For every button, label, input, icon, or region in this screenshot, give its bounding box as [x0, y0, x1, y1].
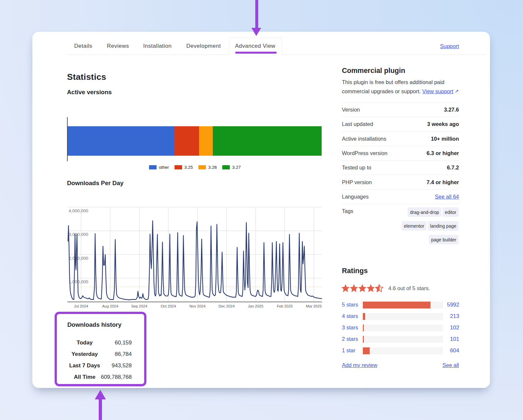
- svg-text:Feb 2025: Feb 2025: [277, 304, 293, 308]
- svg-text:Jul 2024: Jul 2024: [74, 304, 88, 308]
- svg-text:Aug 2024: Aug 2024: [102, 304, 118, 308]
- svg-text:Nov 2024: Nov 2024: [189, 304, 206, 308]
- svg-text:3,000,000: 3,000,000: [69, 232, 88, 237]
- svg-text:Sep 2024: Sep 2024: [131, 304, 147, 308]
- svg-text:2,000,000: 2,000,000: [69, 256, 88, 261]
- svg-text:Dec 2024: Dec 2024: [218, 304, 235, 308]
- svg-text:Jan 2025: Jan 2025: [248, 304, 263, 308]
- svg-text:1,000,000: 1,000,000: [69, 279, 88, 284]
- svg-text:4,000,000: 4,000,000: [69, 208, 88, 213]
- svg-text:Mar 2025: Mar 2025: [306, 304, 322, 308]
- svg-text:Oct 2024: Oct 2024: [161, 304, 176, 308]
